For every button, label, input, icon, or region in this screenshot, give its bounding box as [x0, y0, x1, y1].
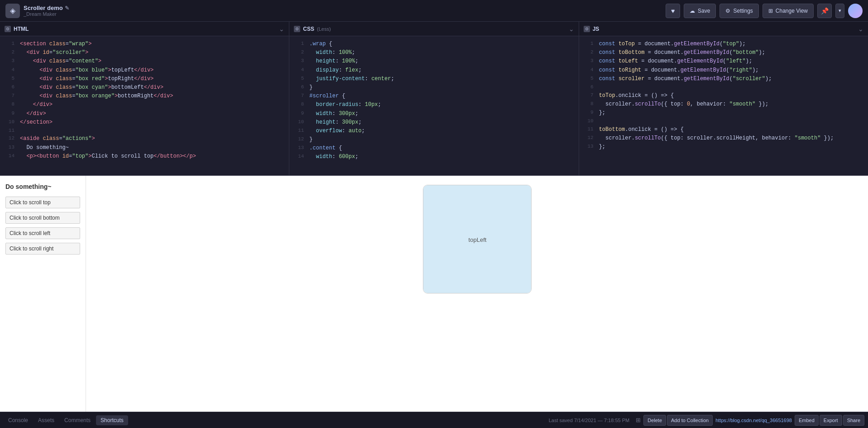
- fork-link[interactable]: https://blog.csdn.net/qq_36651698: [714, 418, 794, 423]
- code-line: 6: [579, 83, 868, 91]
- bottombar: Console Assets Comments Shortcuts Last s…: [0, 412, 868, 428]
- pin-button[interactable]: 📌: [817, 4, 832, 18]
- save-icon: ☁: [690, 8, 695, 14]
- css-expand-icon[interactable]: ⌄: [569, 25, 574, 33]
- settings-icon: ⚙: [725, 8, 730, 14]
- scroller-box[interactable]: topLeft topRight bottomLeft bottomRight: [423, 185, 532, 293]
- code-line: 13.content {: [289, 144, 578, 153]
- css-editor-panel: ⚙ CSS (Less) ⌄ 1.wrap {2 width: 100%;3 h…: [289, 22, 579, 175]
- scroll-right-button[interactable]: Click to scroll right: [5, 243, 80, 255]
- code-line: 4 display: flex;: [289, 66, 578, 75]
- code-line: 13};: [579, 143, 868, 151]
- comments-tab[interactable]: Comments: [60, 415, 95, 425]
- code-line: 8 scroller.scrollTo({ top: 0, behavior: …: [579, 100, 868, 109]
- editors-row: ⚙ HTML ⌄ 1<section class="wrap">2 <div i…: [0, 22, 868, 176]
- heart-button[interactable]: ♥: [666, 4, 680, 18]
- code-line: 6 <div class="box cyan">bottomLeft</div>: [0, 83, 289, 92]
- css-editor-header: ⚙ CSS (Less) ⌄: [289, 22, 578, 36]
- code-line: 2const toBottom = document.getElementByI…: [579, 48, 868, 57]
- css-editor-title: CSS: [303, 26, 314, 32]
- code-line: 1const toTop = document.getElementById("…: [579, 40, 868, 48]
- code-line: 10: [579, 117, 868, 125]
- shortcuts-tab[interactable]: Shortcuts: [96, 415, 128, 425]
- html-editor-header: ⚙ HTML ⌄: [0, 22, 289, 36]
- html-panel-icon: ⚙: [5, 26, 11, 32]
- code-line: 1.wrap {: [289, 40, 578, 48]
- more-dropdown[interactable]: ▾: [835, 4, 844, 18]
- code-line: 11 overflow: auto;: [289, 127, 578, 135]
- code-line: 13 Do something~: [0, 144, 289, 152]
- code-line: 9};: [579, 109, 868, 117]
- code-line: 3 <div class="content">: [0, 57, 289, 66]
- code-line: 11toBottom.onclick = () => {: [579, 125, 868, 134]
- share-button[interactable]: Share: [843, 415, 864, 426]
- html-editor-title: HTML: [14, 26, 29, 32]
- code-line: 6}: [289, 83, 578, 92]
- scroll-bottom-button[interactable]: Click to scroll bottom: [5, 212, 80, 224]
- box-topleft: topLeft: [423, 185, 532, 293]
- code-line: 2 width: 100%;: [289, 48, 578, 57]
- app-logo: ◈: [5, 4, 20, 18]
- change-view-button[interactable]: ⊞ Change View: [762, 4, 814, 18]
- code-line: 9 width: 300px;: [289, 110, 578, 118]
- code-line: 5const scroller = document.getElementByI…: [579, 75, 868, 83]
- html-editor-panel: ⚙ HTML ⌄ 1<section class="wrap">2 <div i…: [0, 22, 289, 175]
- preview-row: Do something~ Click to scroll top Click …: [0, 176, 868, 412]
- add-to-collection-button[interactable]: Add to Collection: [667, 415, 713, 426]
- css-editor-content[interactable]: 1.wrap {2 width: 100%;3 height: 100%;4 d…: [289, 36, 578, 175]
- app-subtitle: _Dream Maker: [24, 11, 69, 17]
- code-line: 12 scroller.scrollTo({ top: scroller.scr…: [579, 134, 868, 143]
- js-panel-icon: ⚙: [584, 26, 590, 32]
- assets-tab[interactable]: Assets: [34, 415, 59, 425]
- code-line: 3 height: 100%;: [289, 57, 578, 66]
- html-expand-icon[interactable]: ⌄: [279, 25, 284, 33]
- js-expand-icon[interactable]: ⌄: [858, 25, 863, 33]
- code-line: 14 <p><button id="top">Click to scroll t…: [0, 152, 289, 161]
- code-line: 1<section class="wrap">: [0, 40, 289, 48]
- scroll-top-button[interactable]: Click to scroll top: [5, 197, 80, 208]
- code-line: 8 </div>: [0, 101, 289, 109]
- delete-button[interactable]: Delete: [643, 415, 666, 426]
- css-panel-icon: ⚙: [294, 26, 300, 32]
- code-line: 2 <div id="scroller">: [0, 48, 289, 57]
- preview-aside: Do something~ Click to scroll top Click …: [0, 176, 86, 412]
- embed-button[interactable]: Embed: [795, 415, 819, 426]
- avatar: [848, 4, 863, 18]
- code-line: 11: [0, 127, 289, 135]
- edit-icon[interactable]: ✎: [65, 5, 69, 11]
- js-editor-header: ⚙ JS ⌄: [579, 22, 868, 36]
- code-line: 5 <div class="box red">topRight</div>: [0, 75, 289, 83]
- app-title-group: Scroller demo ✎ _Dream Maker: [24, 5, 69, 17]
- save-status: Last saved 7/14/2021 — 7:18:55 PM: [545, 418, 633, 423]
- code-line: 5 justify-content: center;: [289, 75, 578, 83]
- code-line: 8 border-radius: 10px;: [289, 101, 578, 109]
- aside-title: Do something~: [5, 183, 80, 190]
- code-line: 14 width: 600px;: [289, 153, 578, 161]
- preview-main: topLeft topRight bottomLeft bottomRight: [86, 176, 868, 412]
- code-line: 7#scroller {: [289, 92, 578, 101]
- settings-button[interactable]: ⚙ Settings: [719, 4, 758, 18]
- export-button[interactable]: Export: [820, 415, 842, 426]
- code-line: 3const toLeft = document.getElementById(…: [579, 57, 868, 66]
- js-editor-title: JS: [593, 26, 599, 32]
- code-line: 10 height: 300px;: [289, 118, 578, 127]
- code-line: 4 <div class="box blue">topLeft</div>: [0, 66, 289, 75]
- code-line: 9 </div>: [0, 110, 289, 118]
- code-line: 10</section>: [0, 118, 289, 127]
- code-line: 12}: [289, 135, 578, 144]
- save-button[interactable]: ☁ Save: [684, 4, 716, 18]
- app-name: Scroller demo ✎: [24, 5, 69, 11]
- code-line: 4const toRight = document.getElementById…: [579, 66, 868, 75]
- code-line: 12<aside class="actions">: [0, 135, 289, 143]
- css-editor-subtitle: (Less): [317, 26, 331, 32]
- code-line: 7toTop.onclick = () => {: [579, 91, 868, 100]
- view-icon: ⊞: [768, 8, 773, 14]
- status-icon: ⊞: [634, 417, 643, 423]
- scroll-left-button[interactable]: Click to scroll left: [5, 227, 80, 239]
- js-editor-panel: ⚙ JS ⌄ 1const toTop = document.getElemen…: [579, 22, 868, 175]
- js-editor-content[interactable]: 1const toTop = document.getElementById("…: [579, 36, 868, 175]
- code-line: 7 <div class="box orange">bottomRight</d…: [0, 92, 289, 101]
- console-tab[interactable]: Console: [4, 415, 33, 425]
- html-editor-content[interactable]: 1<section class="wrap">2 <div id="scroll…: [0, 36, 289, 175]
- topbar: ◈ Scroller demo ✎ _Dream Maker ♥ ☁ Save …: [0, 0, 868, 22]
